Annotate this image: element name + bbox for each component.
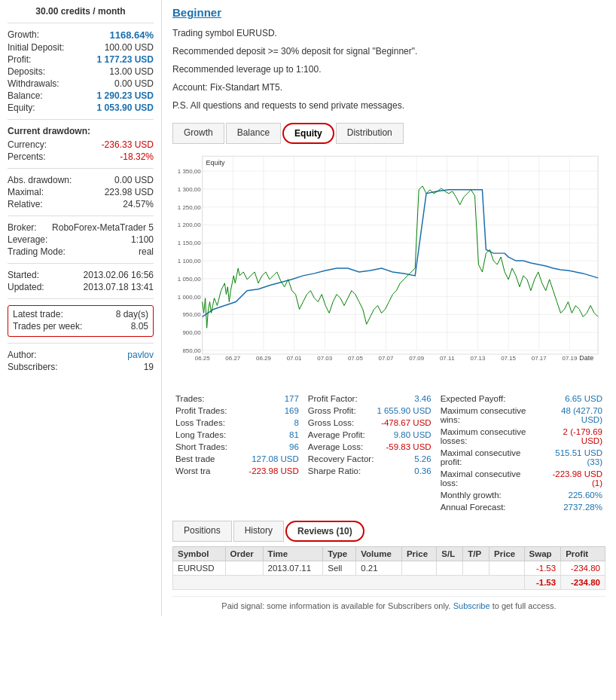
table-total-row: -1.53 -234.80 <box>173 576 605 590</box>
stat-recovery-factor: Recovery Factor: 5.26 <box>305 453 435 465</box>
stat-worst-trade: Worst tra -223.98 USD <box>172 465 302 477</box>
started-value: 2013.02.06 16:56 <box>84 270 154 280</box>
svg-text:1 300,00: 1 300,00 <box>178 186 201 193</box>
trades-per-week-label: Trades per week: <box>13 321 82 332</box>
cell-price2 <box>489 561 524 576</box>
percents-dd-value: -18.32% <box>120 151 154 162</box>
footer-note: Paid signal: some information is availab… <box>172 596 605 610</box>
svg-text:850,00: 850,00 <box>182 347 201 354</box>
author-link[interactable]: pavlov <box>127 350 154 360</box>
balance-label: Balance: <box>8 90 43 101</box>
svg-text:07.13: 07.13 <box>471 355 486 362</box>
col-price: Price <box>401 547 436 561</box>
cell-sl <box>437 561 463 576</box>
footer-text: Paid signal: some information is availab… <box>221 601 450 610</box>
col-symbol: Symbol <box>173 547 226 561</box>
positions-table: Symbol Order Time Type Volume Price S/L … <box>172 546 605 590</box>
abs-dd-label: Abs. drawdown: <box>8 175 72 185</box>
col-tp: T/P <box>463 547 489 561</box>
broker-label: Broker: <box>8 222 37 233</box>
svg-text:07.07: 07.07 <box>379 355 394 362</box>
stat-best-trade: Best trade 127.08 USD <box>172 453 302 465</box>
cell-price <box>401 561 436 576</box>
svg-text:900,00: 900,00 <box>182 329 201 336</box>
stat-max-consec-wins: Maximum consecutive wins: 48 (427.70 USD… <box>438 405 605 426</box>
col-time: Time <box>263 547 323 561</box>
svg-text:07.05: 07.05 <box>348 355 363 362</box>
stat-max-consec-losses: Maximum consecutive losses: 2 (-179.69 U… <box>438 426 605 447</box>
total-swap: -1.53 <box>524 576 561 590</box>
initial-deposit-label: Initial Deposit: <box>8 42 64 53</box>
svg-text:07.15: 07.15 <box>501 355 516 362</box>
growth-value: 1168.64% <box>109 29 154 41</box>
withdrawals-label: Withdrawals: <box>8 78 59 89</box>
author-label: Author: <box>8 350 37 360</box>
chart-area: 850,00 900,00 950,00 1 000,00 1 050,00 1… <box>172 144 605 385</box>
cell-symbol: EURUSD <box>173 561 226 576</box>
svg-text:06.29: 06.29 <box>256 355 271 362</box>
svg-text:07.03: 07.03 <box>317 355 332 362</box>
drawdown-title: Current drawdown: <box>8 126 154 136</box>
bottom-tabs: Positions History Reviews (10) <box>172 521 605 542</box>
subscribers-label: Subscribers: <box>8 362 58 372</box>
cell-order <box>225 561 263 576</box>
initial-deposit-value: 100.00 USD <box>105 42 154 53</box>
desc-2: Recommended deposit >= 30% deposit for s… <box>172 44 605 58</box>
tab-reviews[interactable]: Reviews (10) <box>285 521 364 542</box>
trading-mode-label: Trading Mode: <box>8 246 66 257</box>
col-volume: Volume <box>356 547 402 561</box>
subscribers-value: 19 <box>144 362 154 372</box>
svg-text:07.17: 07.17 <box>532 355 547 362</box>
tab-history[interactable]: History <box>233 521 284 542</box>
currency-dd-value: -236.33 USD <box>102 139 154 150</box>
leverage-value: 1:100 <box>131 234 154 245</box>
latest-trade-value: 8 day(s) <box>116 309 148 319</box>
stat-max-consec-profit: Maximal consecutive profit: 515.51 USD (… <box>438 447 605 468</box>
svg-text:07.11: 07.11 <box>440 355 455 362</box>
svg-rect-0 <box>203 156 598 354</box>
percents-dd-label: Percents: <box>8 151 46 162</box>
updated-value: 2013.07.18 13:41 <box>84 282 154 292</box>
relative-dd-label: Relative: <box>8 199 43 209</box>
tab-balance[interactable]: Balance <box>226 123 281 144</box>
svg-text:1 150,00: 1 150,00 <box>178 240 201 246</box>
stat-profit-trades: Profit Trades: 169 <box>172 405 302 417</box>
growth-label: Growth: <box>8 29 39 41</box>
broker-value: RoboForex-MetaTrader 5 <box>52 222 154 233</box>
profit-value: 1 177.23 USD <box>97 54 154 65</box>
svg-text:950,00: 950,00 <box>182 311 201 318</box>
desc-1: Trading symbol EURUSD. <box>172 26 605 40</box>
tab-distribution[interactable]: Distribution <box>336 123 404 144</box>
equity-label: Equity: <box>8 102 35 113</box>
stat-monthly-growth: Monthly growth: 225.60% <box>438 489 605 501</box>
cell-tp <box>463 561 489 576</box>
deposits-label: Deposits: <box>8 66 45 77</box>
withdrawals-value: 0.00 USD <box>114 78 154 89</box>
stat-max-consec-loss: Maximal consecutive loss: -223.98 USD (1… <box>438 468 605 489</box>
latest-trade-label: Latest trade: <box>13 309 63 319</box>
svg-text:06.25: 06.25 <box>195 355 210 362</box>
leverage-label: Leverage: <box>8 234 47 245</box>
started-label: Started: <box>8 270 39 280</box>
stat-annual-forecast: Annual Forecast: 2737.28% <box>438 501 605 513</box>
svg-text:Equity: Equity <box>206 159 225 167</box>
relative-dd-value: 24.57% <box>123 199 154 209</box>
svg-text:1 100,00: 1 100,00 <box>178 258 201 264</box>
col-profit: Profit <box>561 547 605 561</box>
tab-positions[interactable]: Positions <box>172 521 232 542</box>
currency-dd-label: Currency: <box>8 139 47 150</box>
subscribe-link[interactable]: Subscribe <box>453 601 490 610</box>
desc-3: Recommended leverage up to 1:100. <box>172 63 605 76</box>
tab-equity[interactable]: Equity <box>282 123 334 144</box>
stat-gross-profit: Gross Profit: 1 655.90 USD <box>305 405 435 417</box>
trades-per-week-value: 8.05 <box>131 321 148 332</box>
credits-label: 30.00 credits / month <box>8 6 154 23</box>
tab-growth[interactable]: Growth <box>172 123 224 144</box>
maximal-dd-label: Maximal: <box>8 187 44 197</box>
svg-text:07.19: 07.19 <box>562 355 577 362</box>
stat-long-trades: Long Trades: 81 <box>172 429 302 441</box>
balance-value: 1 290.23 USD <box>97 90 154 101</box>
svg-text:Date: Date <box>579 354 593 362</box>
equity-chart: 850,00 900,00 950,00 1 000,00 1 050,00 1… <box>172 144 605 385</box>
page-title: Beginner <box>172 6 605 19</box>
